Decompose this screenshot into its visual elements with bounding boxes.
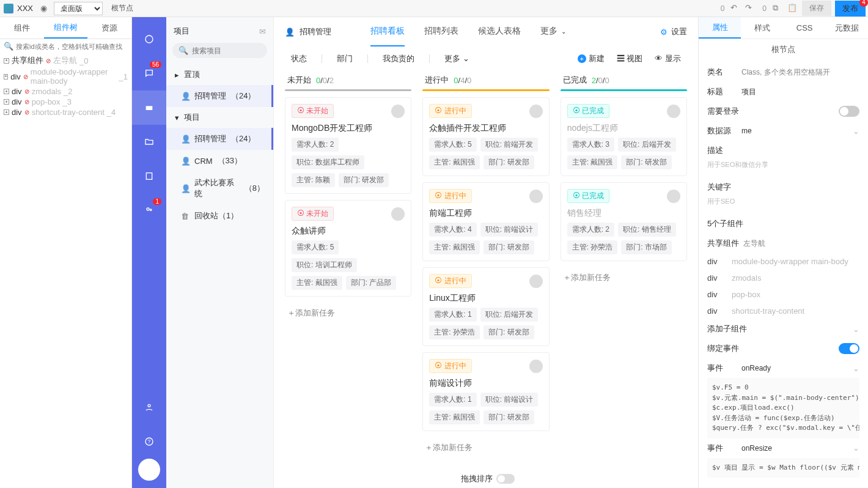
app-title: XXX (17, 4, 33, 13)
kanban-card[interactable]: ⦿ 进行中前端设计师需求人数: 1职位: 前端设计主管: 戴国强部门: 研发部 (422, 352, 549, 431)
proj-item-0[interactable]: 👤招聘管理（24） (166, 128, 273, 150)
property-panel: 属性样式CSS元数据 根节点 类名Class, 多个类名用空格隔开 标题项目 需… (698, 17, 868, 488)
filter-mine[interactable]: 我负责的 (383, 53, 414, 64)
avatar (529, 360, 543, 373)
settings-link[interactable]: ⚙设置 (660, 26, 687, 37)
tab-2[interactable]: 候选人表格 (478, 17, 521, 46)
child-item[interactable]: divzmodals (707, 270, 859, 286)
svg-text:?: ? (148, 438, 151, 445)
app-logo (4, 4, 13, 13)
child-item[interactable]: divmodule-body-wrapper main-body (707, 253, 859, 270)
kanban-card[interactable]: ⦿ 未开始众触讲师需求人数: 5职位: 培训工程师主管: 戴国强部门: 产品部 (285, 200, 411, 297)
login-toggle[interactable] (839, 106, 859, 117)
kanban-column: 未开始0/0/2⦿ 未开始MongoDB开发工程师需求人数: 2职位: 数据库工… (285, 71, 411, 481)
tab-tree[interactable]: 组件树 (44, 17, 88, 39)
undo-icon[interactable]: ↶ (730, 3, 741, 14)
add-task[interactable]: ＋添加新任务 (561, 267, 687, 288)
rail-profile[interactable] (132, 390, 166, 424)
kanban-card[interactable]: ⦿ 进行中众触插件开发工程师需求人数: 5职位: 前端开发主管: 戴国强部门: … (422, 97, 549, 176)
filter-status[interactable]: 状态 (291, 53, 307, 64)
filter-dept[interactable]: 部门 (337, 53, 353, 64)
add-task[interactable]: ＋添加新任务 (285, 303, 411, 323)
proj-pin-section[interactable]: ▸置顶 (166, 64, 273, 85)
proj-section[interactable]: ▾项目 (166, 107, 273, 128)
tab-3[interactable]: 更多 ⌄ (540, 17, 566, 46)
proj-search[interactable]: 🔍 (172, 43, 267, 58)
bind-toggle[interactable] (839, 343, 859, 354)
publish-button[interactable]: 发布4 (835, 1, 866, 17)
redo-count: 0 (760, 4, 769, 13)
page-title: 招聘管理 (300, 26, 331, 37)
tree-item[interactable]: +共享组件⊘左导航 _0 (4, 54, 128, 67)
svg-rect-2 (146, 173, 152, 180)
code-block[interactable]: $v.F5 = 0 $v.元素.main = $(".main-body-cen… (707, 378, 859, 438)
show-button[interactable]: 👁 显示 (655, 53, 681, 64)
child-item[interactable]: divshortcut-tray-content (707, 303, 859, 319)
avatar (529, 190, 543, 203)
gear-icon: ⚙ (660, 28, 668, 37)
node-title: 根节点 (699, 39, 868, 60)
person-icon: 👤 (181, 184, 189, 193)
rail-logo[interactable] (132, 22, 166, 56)
person-icon: 👤 (181, 92, 189, 100)
kanban-card[interactable]: ⦿ 进行中Linux工程师需求人数: 1职位: 后端开发主管: 孙荣浩部门: 研… (422, 267, 549, 346)
filter-more[interactable]: 更多 ⌄ (444, 53, 469, 64)
redo-icon[interactable]: ↷ (745, 3, 756, 14)
rtab-3[interactable]: 元数据 (826, 17, 868, 39)
kanban-card[interactable]: ⦿ 已完成nodejs工程师需求人数: 3职位: 后端开发主管: 戴国强部门: … (561, 97, 687, 176)
proj-item-2[interactable]: 👤武术比赛系统（8） (166, 172, 273, 205)
child-item[interactable]: divpop-box (707, 286, 859, 303)
avatar (667, 105, 680, 118)
rtab-2[interactable]: CSS (784, 17, 826, 39)
copy-icon[interactable]: ⧉ (773, 3, 784, 14)
component-tree: +共享组件⊘左导航 _0+div⊘module-body-wrapper mai… (0, 53, 131, 119)
drag-sort-label: 拖拽排序 (461, 473, 493, 484)
tree-item[interactable]: +div⊘pop-box _3 (4, 97, 128, 107)
rail-folder[interactable] (132, 125, 166, 159)
kanban-card[interactable]: ⦿ 进行中前端工程师需求人数: 4职位: 前端设计主管: 戴国强部门: 研发部 (422, 182, 549, 261)
rail-inbox[interactable] (132, 91, 166, 125)
mail-icon[interactable]: ✉ (259, 27, 266, 36)
tree-item[interactable]: +div⊘shortcut-tray-content _4 (4, 107, 128, 117)
eye-icon[interactable]: ◉ (37, 3, 50, 14)
rtab-0[interactable]: 属性 (699, 17, 741, 39)
new-button[interactable]: +新建 (578, 53, 605, 64)
rail-avatar[interactable] (138, 459, 160, 481)
person-icon: 👤 (285, 28, 295, 37)
paste-icon[interactable]: 📋 (787, 3, 798, 14)
svg-point-4 (150, 209, 152, 211)
add-task[interactable]: ＋添加新任务 (422, 437, 549, 458)
kanban-card[interactable]: ⦿ 已完成销售经理需求人数: 2职位: 销售经理主管: 孙荣浩部门: 市场部 (561, 182, 687, 261)
rtab-1[interactable]: 样式 (741, 17, 783, 39)
platform-select[interactable]: 桌面版 (54, 2, 103, 15)
rail-chat[interactable]: 56 (132, 56, 166, 91)
view-button[interactable]: ☰ 视图 (617, 53, 643, 64)
drag-sort-toggle[interactable] (496, 474, 515, 484)
tab-resources[interactable]: 资源 (87, 17, 131, 39)
tree-item[interactable]: +div⊘module-body-wrapper main-body _1 (4, 67, 128, 86)
svg-point-0 (145, 35, 153, 43)
person-icon: 👤 (181, 135, 189, 143)
tree-item[interactable]: +div⊘zmodals _2 (4, 86, 128, 97)
avatar (529, 275, 543, 288)
rail-help[interactable]: ? (132, 424, 166, 459)
avatar (391, 207, 405, 221)
proj-trash[interactable]: 🗑回收站（1） (166, 205, 273, 227)
nav-rail: 56 1 ? (132, 17, 166, 488)
code-block-2[interactable]: $v 项目 显示 = $w Math floor(($v 元素 main cli… (707, 458, 859, 478)
svg-point-5 (148, 404, 150, 407)
tab-components[interactable]: 组件 (0, 17, 44, 39)
proj-title: 项目 (174, 26, 189, 37)
rail-users[interactable]: 1 (132, 193, 166, 227)
kanban-card[interactable]: ⦿ 未开始MongoDB开发工程师需求人数: 2职位: 数据库工程师主管: 陈颖… (285, 97, 411, 194)
proj-item-1[interactable]: 👤CRM（33） (166, 150, 273, 172)
proj-item-pin-0[interactable]: 👤招聘管理（24） (166, 85, 273, 107)
tab-1[interactable]: 招聘列表 (424, 17, 458, 46)
left-panel: 组件 组件树 资源 🔍 +共享组件⊘左导航 _0+div⊘module-body… (0, 17, 132, 488)
save-button[interactable]: 保存 (802, 1, 831, 16)
breadcrumb[interactable]: 根节点 (106, 3, 138, 13)
tree-search-input[interactable] (16, 43, 128, 50)
tab-0[interactable]: 招聘看板 (370, 17, 405, 46)
topbar: XXX ◉ 桌面版 根节点 0 ↶ ↷ 0 ⧉ 📋 保存 发布4 (0, 0, 868, 17)
rail-contacts[interactable] (132, 159, 166, 193)
